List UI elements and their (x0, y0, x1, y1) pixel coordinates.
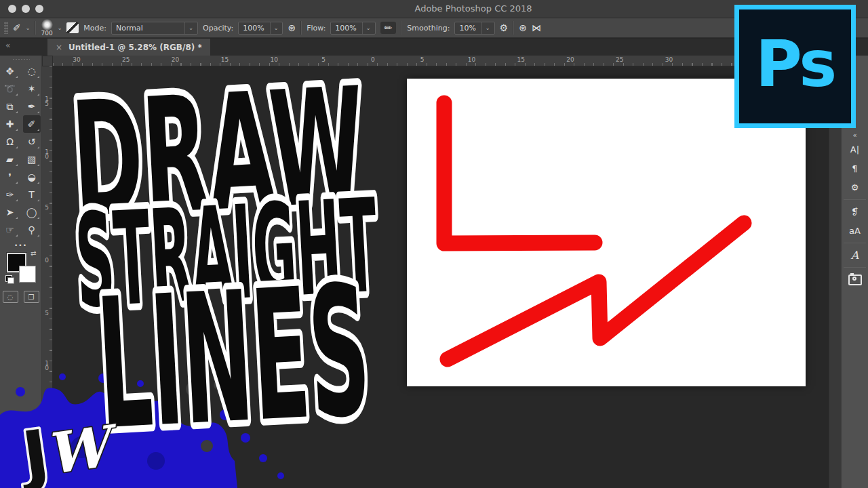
history-brush-tool[interactable]: ↺ (23, 133, 41, 150)
dodge-tool[interactable]: ◒ (23, 168, 41, 186)
brush-panel-toggle-icon[interactable] (66, 22, 79, 33)
brush-tip-icon (41, 19, 53, 30)
collapse-panels-icon[interactable]: « (5, 41, 10, 50)
gear-icon[interactable]: ⚙ (500, 23, 509, 33)
type-tool[interactable]: T (23, 186, 41, 203)
shape-tool[interactable]: ◯ (23, 203, 41, 221)
brush-size-value: 700 (41, 30, 52, 37)
glyphs-panel-button[interactable]: A (844, 247, 866, 264)
dock-separator (844, 243, 866, 243)
close-window-icon[interactable] (8, 5, 16, 13)
chevron-down-icon[interactable]: ⌄ (58, 25, 62, 31)
paragraph-panel-button[interactable]: ¶ (844, 160, 866, 177)
gradient-tool[interactable]: ▧ (23, 150, 41, 168)
chevron-down-icon: ⌄ (184, 22, 193, 34)
zoom-tool-icon: ⚲ (28, 224, 35, 235)
top-ruler-number: 5 (420, 56, 425, 63)
pen-tool[interactable]: ✑ (1, 186, 19, 203)
clone-stamp-tool-icon: Ω (6, 136, 14, 147)
brush-tool-icon[interactable]: ✐ (13, 23, 21, 33)
eyedropper-tool[interactable]: ✒ (23, 98, 41, 115)
minimize-window-icon[interactable] (22, 5, 30, 13)
pen-tool-icon: ✑ (6, 189, 14, 200)
document-tab[interactable]: × Untitled-1 @ 5.28% (RGB/8) * (47, 39, 210, 56)
color-swatches: ⇄ (5, 251, 37, 283)
camera-panel-icon (848, 274, 862, 285)
headline-overlay: DRAW STRAIGHT LINES (41, 61, 420, 454)
dodge-tool-icon: ◒ (27, 171, 35, 182)
crop-tool-icon: ⧉ (7, 101, 14, 113)
creator-signature: J W (4, 413, 153, 488)
top-ruler-number: 25 (616, 56, 623, 63)
mode-dropdown[interactable]: Normal ⌄ (111, 22, 198, 35)
top-ruler-number: 15 (517, 56, 524, 63)
expand-panels-icon[interactable]: « (842, 131, 868, 139)
dock-separator (844, 267, 866, 268)
clone-stamp-tool[interactable]: Ω (1, 133, 19, 150)
divider (513, 21, 514, 35)
paragraph-styles-panel-button[interactable]: ❡ (844, 203, 866, 220)
smoothing-dropdown[interactable]: 10% ⌄ (454, 22, 494, 35)
pressure-opacity-icon[interactable]: ⊛ (288, 23, 296, 33)
brush-preset-picker[interactable]: 700 (41, 19, 52, 37)
opacity-value: 100% (243, 24, 264, 33)
default-colors-icon[interactable] (5, 275, 14, 284)
window-title: Adobe Photoshop CC 2018 (414, 3, 532, 14)
quick-mask-button[interactable]: ◌ (3, 291, 18, 303)
mode-label: Mode: (83, 24, 106, 33)
flow-value: 100% (335, 24, 356, 33)
maximize-window-icon[interactable] (35, 5, 43, 13)
photoshop-window: Adobe Photoshop CC 2018 ✐ ⌄ 700 ⌄ Mode: … (0, 0, 868, 488)
zoom-tool[interactable]: ⚲ (23, 221, 41, 239)
marquee-tool[interactable]: ◌ (23, 62, 41, 80)
opacity-dropdown[interactable]: 100% ⌄ (238, 22, 283, 35)
move-tool[interactable]: ✥ (1, 62, 19, 80)
brush-tool-icon: ✐ (28, 119, 36, 129)
magic-wand-tool-icon: ✶ (28, 83, 36, 94)
top-ruler-number: 30 (665, 56, 673, 63)
symmetry-butterfly-icon[interactable]: ⋈ (532, 23, 541, 33)
character-styles-panel-button[interactable]: aA (844, 222, 866, 239)
mode-value: Normal (116, 24, 143, 33)
magic-wand-tool[interactable]: ✶ (23, 80, 41, 98)
path-select-tool[interactable]: ➤ (1, 203, 19, 221)
lasso-tool-icon: ➰ (4, 83, 16, 94)
paragraph-panel-icon: ¶ (852, 163, 857, 174)
camera-panel-button[interactable] (844, 271, 866, 288)
marquee-tool-icon: ◌ (27, 66, 35, 77)
gradient-tool-icon: ▧ (27, 154, 36, 165)
move-tool-icon: ✥ (6, 66, 14, 77)
divider (300, 21, 302, 35)
blur-tool-icon: ❜ (8, 171, 12, 182)
smoothing-label: Smoothing: (407, 24, 450, 33)
brush-tool[interactable]: ✐ (23, 115, 41, 133)
screen-mode-button[interactable]: ❐ (24, 291, 39, 303)
photoshop-logo-text: Ps (755, 27, 835, 101)
history-brush-tool-icon: ↺ (28, 136, 36, 147)
eraser-tool-icon: ▰ (6, 154, 14, 165)
healing-brush-tool[interactable]: ✚ (1, 115, 19, 133)
divider (35, 21, 36, 35)
blur-tool[interactable]: ❜ (1, 168, 19, 186)
chevron-down-icon[interactable]: ⌄ (26, 25, 31, 31)
signature-w: W (41, 412, 123, 487)
character-panel-button[interactable]: A| (844, 141, 866, 158)
airbrush-toggle-icon[interactable]: ✏ (380, 22, 397, 34)
dock-panels: A|¶⚙❡aAA (842, 141, 868, 288)
swap-colors-icon[interactable]: ⇄ (31, 249, 36, 257)
eyedropper-tool-icon: ✒ (28, 101, 36, 112)
hand-tool[interactable]: ☞ (1, 221, 19, 239)
shape-tool-icon: ◯ (26, 207, 37, 218)
edit-toolbar-button[interactable]: ••• (0, 242, 41, 249)
crop-tool[interactable]: ⧉ (1, 98, 19, 115)
lasso-tool[interactable]: ➰ (1, 80, 19, 98)
eraser-tool[interactable]: ▰ (1, 150, 19, 168)
hand-tool-icon: ☞ (5, 224, 14, 235)
properties-panel-button[interactable]: ⚙ (844, 179, 866, 196)
flow-dropdown[interactable]: 100% ⌄ (330, 22, 375, 35)
pressure-size-icon[interactable]: ⊛ (519, 23, 527, 33)
close-tab-icon[interactable]: × (56, 43, 62, 52)
traffic-lights[interactable] (8, 5, 43, 13)
background-color-swatch[interactable] (19, 266, 36, 283)
chevron-down-icon: ⌄ (481, 22, 490, 34)
